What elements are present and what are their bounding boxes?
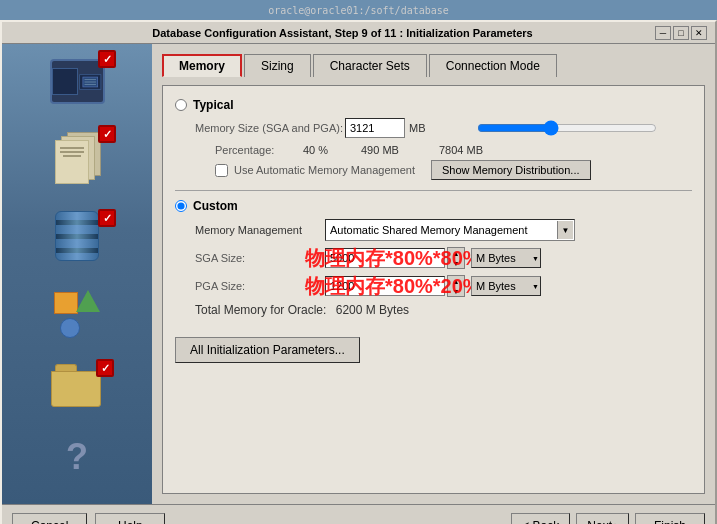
bottom-area: All Initialization Parameters... [175,337,692,363]
pga-spin-buttons[interactable]: ▲ ▼ [447,275,465,297]
shapes-icon [52,290,102,340]
checkmark-3: ✓ [98,209,116,227]
memory-size-unit: MB [409,122,469,134]
footer: Cancel Help < Back Next › Finish [2,504,715,524]
sga-spin-down[interactable]: ▼ [448,258,464,268]
footer-left: Cancel Help [12,513,165,524]
pga-input[interactable] [325,276,445,296]
divider [175,190,692,191]
sga-input-group[interactable]: ▲ ▼ M Bytes G Bytes K Bytes ▼ [325,247,541,269]
total-memory-label: Total Memory for Oracle: [195,303,326,317]
memory-size-input[interactable] [345,118,405,138]
custom-section: Custom Memory Management Automatic Share… [175,199,692,317]
pga-unit-container[interactable]: M Bytes G Bytes K Bytes ▼ [471,276,541,296]
percentage-value: 40 % [303,144,353,156]
pga-size-row: PGA Size: 物理内存*80%*20% ▲ ▼ M Bytes [175,275,692,297]
chip-icon [50,59,105,104]
sga-input[interactable] [325,248,445,268]
memory-size-row: Memory Size (SGA and PGA): MB [175,118,692,138]
left-panel: ✓ ✓ [2,44,152,504]
tab-memory[interactable]: Memory [162,54,242,77]
next-arrow-icon: › [614,519,618,524]
tab-sizing[interactable]: Sizing [244,54,311,77]
maximize-button[interactable]: □ [673,26,689,40]
typical-radio[interactable] [175,99,187,111]
docs-icon [55,132,100,182]
content-panel: Typical Memory Size (SGA and PGA): MB Pe… [162,85,705,494]
shapes-icon-item [42,287,112,342]
pga-unit-select[interactable]: M Bytes G Bytes K Bytes [471,276,541,296]
memory-mgmt-select[interactable]: Automatic Shared Memory Management Manua… [325,219,575,241]
docs-icon-item: ✓ [42,129,112,184]
top-bar-title: oracle@oracle01:/soft/database [268,5,449,16]
chip-icon-item: ✓ [42,54,112,109]
typical-group: Typical Memory Size (SGA and PGA): MB Pe… [175,98,692,180]
pga-input-group[interactable]: ▲ ▼ M Bytes G Bytes K Bytes ▼ [325,275,541,297]
folder-icon-item: ✓ [42,359,112,414]
pga-spin-up[interactable]: ▲ [448,276,464,286]
memory-slider[interactable] [477,121,657,135]
next-button[interactable]: Next › [576,513,629,524]
tab-character-sets[interactable]: Character Sets [313,54,427,77]
next-label: Next [587,519,612,524]
percentage-label: Percentage: [215,144,295,156]
barrel-icon-item: ✓ [42,209,112,264]
sga-spin-up[interactable]: ▲ [448,248,464,258]
memory-mgmt-dropdown-container[interactable]: Automatic Shared Memory Management Manua… [325,219,575,241]
show-memory-btn[interactable]: Show Memory Distribution... [431,160,591,180]
typical-radio-label[interactable]: Typical [175,98,692,112]
sga-unit-select[interactable]: M Bytes G Bytes K Bytes [471,248,541,268]
pga-size-label: PGA Size: [195,280,325,292]
tab-connection-mode[interactable]: Connection Mode [429,54,557,77]
auto-mem-checkbox-row[interactable]: Use Automatic Memory Management Show Mem… [175,160,692,180]
cancel-button[interactable]: Cancel [12,513,87,524]
auto-mem-checkbox[interactable] [215,164,228,177]
finish-button[interactable]: Finish [635,513,705,524]
pga-spin-down[interactable]: ▼ [448,286,464,296]
pga-value: 490 MB [361,144,431,156]
sga-spin-buttons[interactable]: ▲ ▼ [447,247,465,269]
footer-right: < Back Next › Finish [511,513,705,524]
memory-mgmt-label: Memory Management [195,224,325,236]
max-value: 7804 MB [439,144,483,156]
checkmark-1: ✓ [98,50,116,68]
sga-size-label: SGA Size: [195,252,325,264]
total-memory-value: 6200 M Bytes [336,303,409,317]
typical-label: Typical [193,98,233,112]
custom-radio[interactable] [175,200,187,212]
window-controls[interactable]: ─ □ ✕ [655,26,707,40]
question-icon-item: ? [42,429,112,484]
question-icon: ? [66,436,88,478]
custom-label: Custom [193,199,238,213]
memory-mgmt-row: Memory Management Automatic Shared Memor… [175,219,692,241]
help-button[interactable]: Help [95,513,165,524]
barrel-icon [53,211,101,263]
init-params-button[interactable]: All Initialization Parameters... [175,337,360,363]
title-bar: Database Configuration Assistant, Step 9… [2,22,715,44]
custom-radio-label[interactable]: Custom [175,199,692,213]
tab-bar[interactable]: Memory Sizing Character Sets Connection … [162,54,705,77]
minimize-button[interactable]: ─ [655,26,671,40]
right-panel: Memory Sizing Character Sets Connection … [152,44,715,504]
percentage-row: Percentage: 40 % 490 MB 7804 MB [175,144,692,156]
auto-mem-label: Use Automatic Memory Management [234,164,415,176]
back-button[interactable]: < Back [511,513,570,524]
checkmark-2: ✓ [98,125,116,143]
sga-unit-container[interactable]: M Bytes G Bytes K Bytes ▼ [471,248,541,268]
close-button[interactable]: ✕ [691,26,707,40]
window-top-bar: oracle@oracle01:/soft/database [0,0,717,20]
total-memory-row: Total Memory for Oracle: 6200 M Bytes [175,303,692,317]
checkmark-4: ✓ [96,359,114,377]
sga-size-row: SGA Size: 物理内存*80%*80% ▲ ▼ M Bytes [175,247,692,269]
memory-size-label: Memory Size (SGA and PGA): [195,122,345,134]
window-title: Database Configuration Assistant, Step 9… [30,27,655,39]
